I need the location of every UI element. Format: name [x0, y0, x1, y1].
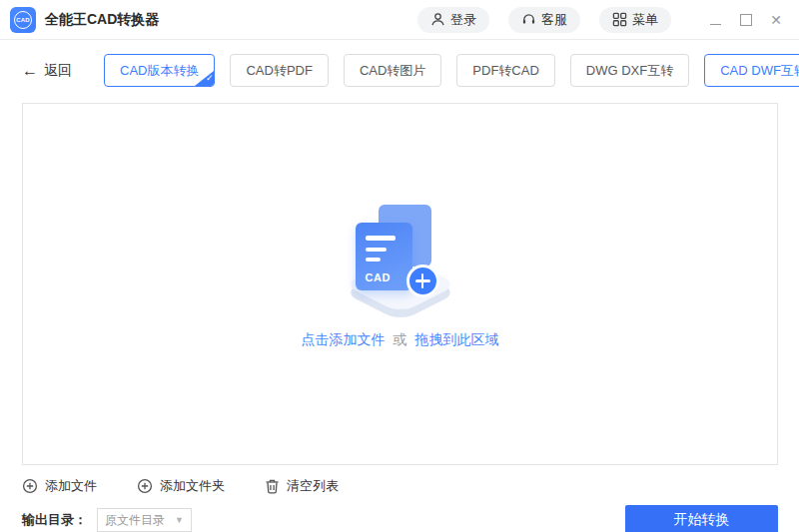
chevron-down-icon: ▼	[175, 515, 184, 525]
output-dir-select[interactable]: 原文件目录 ▼	[97, 508, 192, 532]
trash-icon	[265, 478, 280, 494]
support-button[interactable]: 客服	[508, 7, 580, 33]
app-logo-icon: CAD	[10, 7, 36, 33]
tab-cad-to-pdf[interactable]: CAD转PDF	[230, 54, 328, 87]
start-convert-button[interactable]: 开始转换	[625, 505, 778, 532]
menu-label: 菜单	[632, 11, 658, 29]
titlebar-actions: 登录 客服 菜单	[399, 7, 783, 33]
user-icon	[430, 12, 445, 27]
circle-plus-icon	[137, 478, 153, 494]
add-file-button[interactable]: 添加文件	[22, 477, 97, 495]
add-plus-icon	[406, 265, 439, 297]
app-title: 全能王CAD转换器	[45, 11, 159, 29]
footer-bar: 输出目录： 原文件目录 ▼ 开始转换	[22, 505, 778, 532]
headset-icon	[521, 12, 536, 27]
check-icon	[195, 71, 214, 86]
app-logo-cad-text: CAD	[14, 11, 32, 29]
tabs: CAD版本转换 CAD转PDF CAD转图片 PDF转CAD DWG DXF互转…	[104, 54, 799, 87]
tab-cad-to-image[interactable]: CAD转图片	[344, 54, 441, 87]
clear-list-button[interactable]: 清空列表	[265, 477, 339, 495]
back-label: 返回	[44, 62, 72, 80]
tab-dwg-dxf-convert[interactable]: DWG DXF互转	[570, 54, 689, 87]
list-toolbar: 添加文件 添加文件夹 清空列表	[22, 475, 777, 497]
add-folder-label: 添加文件夹	[160, 477, 225, 495]
cad-file-add-illustration: CAD	[331, 205, 470, 321]
click-add-file-link[interactable]: 点击添加文件	[302, 331, 386, 347]
tab-cad-version-convert[interactable]: CAD版本转换	[104, 54, 215, 87]
window-controls: ✕	[693, 13, 783, 27]
tab-cad-dwf-convert[interactable]: CAD DWF互转	[704, 54, 799, 87]
output-dir-label: 输出目录：	[22, 511, 87, 529]
add-file-label: 添加文件	[45, 477, 97, 495]
close-icon[interactable]: ✕	[769, 13, 783, 27]
tab-row: ← 返回 CAD版本转换 CAD转PDF CAD转图片 PDF转CAD DWG …	[22, 54, 777, 87]
add-folder-button[interactable]: 添加文件夹	[137, 477, 225, 495]
clear-list-label: 清空列表	[287, 477, 339, 495]
drag-area-text: 拖拽到此区域	[414, 331, 498, 347]
login-label: 登录	[450, 11, 476, 29]
front-document-icon: CAD	[356, 223, 412, 290]
file-drop-zone[interactable]: CAD 点击添加文件 或 拖拽到此区域	[22, 103, 778, 465]
support-label: 客服	[541, 11, 567, 29]
or-text: 或	[394, 331, 407, 347]
tab-pdf-to-cad[interactable]: PDF转CAD	[456, 54, 554, 87]
maximize-icon[interactable]	[739, 13, 753, 27]
output-dir-value: 原文件目录	[105, 512, 165, 529]
back-button[interactable]: ← 返回	[22, 62, 72, 80]
circle-plus-icon	[22, 478, 38, 494]
back-arrow-icon: ←	[22, 63, 38, 79]
grid-menu-icon	[612, 12, 627, 27]
menu-button[interactable]: 菜单	[599, 7, 671, 33]
doc-cad-label: CAD	[366, 271, 391, 283]
minimize-icon[interactable]	[709, 13, 723, 27]
titlebar: CAD 全能王CAD转换器 登录 客服	[0, 0, 799, 40]
login-button[interactable]: 登录	[417, 7, 489, 33]
drop-hint-text: 点击添加文件 或 拖拽到此区域	[302, 331, 499, 349]
